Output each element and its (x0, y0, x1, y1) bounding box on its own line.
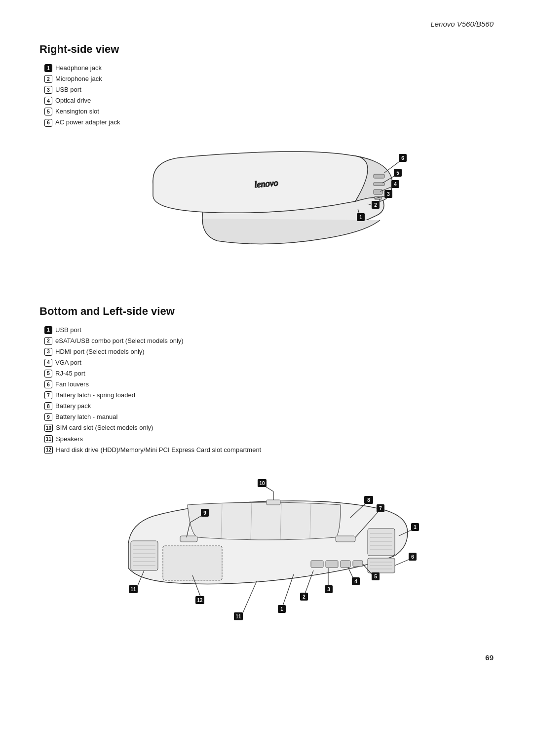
list-item: 6 Fan louvers (44, 379, 494, 390)
svg-text:4: 4 (354, 579, 357, 584)
badge-b10: 10 (44, 424, 53, 432)
badge-b1: 1 (44, 326, 52, 334)
svg-rect-47 (326, 561, 338, 567)
bottom-left-legend: 1 USB port 2 eSATA/USB combo port (Selec… (44, 325, 494, 455)
bottom-left-diagram: 9 10 8 7 1 6 5 (39, 464, 494, 632)
badge-4: 4 (44, 97, 52, 105)
svg-text:9: 9 (203, 510, 206, 516)
svg-rect-46 (311, 561, 323, 567)
svg-text:6: 6 (411, 554, 414, 560)
svg-text:4: 4 (394, 182, 397, 187)
list-item: 3 USB port (44, 84, 494, 95)
list-item: 3 HDMI port (Select models only) (44, 346, 494, 357)
svg-rect-28 (131, 541, 158, 570)
badge-1: 1 (44, 64, 52, 72)
svg-rect-35 (368, 529, 395, 556)
list-item: 10 SIM card slot (Select models only) (44, 422, 494, 433)
badge-b5: 5 (44, 370, 52, 378)
svg-rect-51 (180, 536, 197, 542)
badge-6: 6 (44, 119, 52, 127)
badge-2: 2 (44, 75, 52, 83)
svg-text:8: 8 (367, 497, 370, 503)
list-item: 5 RJ-45 port (44, 368, 494, 379)
svg-text:lenovo: lenovo (254, 178, 279, 189)
right-side-diagram: lenovo 6 5 4 (39, 137, 494, 290)
svg-text:5: 5 (396, 170, 399, 176)
svg-text:12: 12 (197, 598, 203, 603)
svg-text:1: 1 (280, 606, 283, 612)
svg-text:10: 10 (259, 481, 265, 486)
svg-rect-52 (266, 500, 280, 505)
badge-b6: 6 (44, 380, 52, 388)
badge-b7: 7 (44, 391, 52, 399)
list-item: 6 AC power adapter jack (44, 117, 494, 128)
badge-b4: 4 (44, 359, 52, 367)
badge-b11: 11 (44, 435, 53, 443)
list-item: 5 Kensington slot (44, 106, 494, 117)
svg-rect-48 (341, 561, 350, 567)
badge-b3: 3 (44, 348, 52, 356)
list-item: 8 Battery pack (44, 401, 494, 412)
page-number: 69 (485, 653, 494, 662)
list-item: 1 Headphone jack (44, 63, 494, 74)
svg-rect-45 (163, 546, 222, 580)
svg-text:11: 11 (130, 587, 136, 592)
badge-3: 3 (44, 86, 52, 94)
list-item: 2 Microphone jack (44, 74, 494, 84)
svg-text:5: 5 (374, 574, 377, 579)
list-item: 9 Battery latch - manual (44, 412, 494, 422)
svg-text:3: 3 (387, 191, 390, 197)
svg-text:11: 11 (235, 614, 241, 619)
list-item: 2 eSATA/USB combo port (Select models on… (44, 336, 494, 346)
bottom-left-view-title: Bottom and Left-side view (39, 305, 494, 318)
svg-line-91 (241, 581, 257, 617)
badge-5: 5 (44, 108, 52, 115)
svg-text:1: 1 (359, 215, 362, 220)
list-item: 7 Battery latch - spring loaded (44, 390, 494, 401)
badge-b2: 2 (44, 337, 52, 345)
svg-text:2: 2 (303, 594, 305, 600)
svg-rect-4 (374, 189, 382, 194)
svg-text:7: 7 (379, 506, 382, 511)
badge-b9: 9 (44, 413, 52, 421)
right-side-view-title: Right-side view (39, 43, 494, 56)
svg-rect-2 (374, 174, 384, 178)
svg-text:2: 2 (374, 202, 377, 208)
page-header-title: Lenovo V560/B560 (39, 20, 494, 28)
badge-b12: 12 (44, 446, 53, 454)
svg-rect-50 (336, 536, 355, 542)
right-side-legend: 1 Headphone jack 2 Microphone jack 3 USB… (44, 63, 494, 128)
svg-text:1: 1 (414, 525, 417, 530)
svg-text:6: 6 (401, 155, 404, 161)
badge-b8: 8 (44, 402, 52, 410)
svg-text:3: 3 (327, 587, 330, 592)
list-item: 4 Optical drive (44, 95, 494, 106)
svg-rect-49 (353, 561, 363, 567)
list-item: 11 Speakers (44, 434, 494, 445)
list-item: 1 USB port (44, 325, 494, 336)
list-item: 12 Hard disk drive (HDD)/Memory/Mini PCI… (44, 445, 494, 455)
list-item: 4 VGA port (44, 357, 494, 368)
